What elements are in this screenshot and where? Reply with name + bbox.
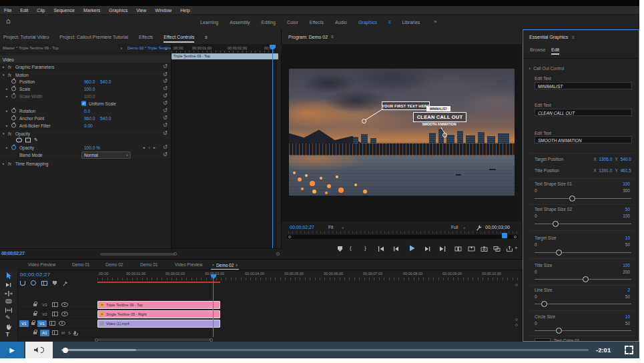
workspace-graphics-menu-icon[interactable]: ≡ — [388, 20, 391, 24]
target-position-x[interactable]: 1306.0 — [599, 157, 612, 161]
slip-tool-icon[interactable] — [5, 306, 13, 314]
scrollbar-handle[interactable] — [95, 338, 98, 342]
workspace-audio[interactable]: Audio — [335, 20, 347, 25]
expand-icon[interactable]: ▸ — [6, 123, 8, 127]
go-to-in-icon[interactable] — [378, 246, 384, 252]
program-playhead[interactable] — [502, 233, 507, 238]
timeline-timecode[interactable]: 00;00;02;27 — [20, 272, 51, 278]
sync-lock-icon[interactable] — [49, 321, 55, 326]
workspace-learning[interactable]: Learning — [200, 20, 218, 25]
edit-text-input-2[interactable]: CLEAN CALL OUT — [535, 109, 632, 116]
tab-effect-controls[interactable]: Effect Controls — [164, 35, 194, 43]
step-back-icon[interactable] — [392, 246, 399, 252]
stopwatch-icon[interactable] — [11, 108, 16, 113]
collapse-icon[interactable]: ▾ — [3, 131, 5, 135]
blend-mode-dropdown[interactable]: Normal ∨ — [81, 151, 131, 159]
clip-single-textline[interactable]: fx Single Textline 05 - Right — [97, 310, 220, 318]
go-to-out-icon[interactable] — [439, 246, 446, 252]
sync-lock-icon[interactable] — [52, 302, 58, 307]
title-position-y[interactable]: 461.5 — [621, 168, 631, 173]
chevron-down-icon[interactable]: ∨ — [463, 226, 465, 230]
source-patch-v1[interactable]: V1 — [19, 320, 29, 327]
reset-icon[interactable]: ↺ — [163, 86, 168, 91]
fx-icon[interactable]: fx — [8, 72, 11, 77]
timeline-tab-active[interactable]: × Demo 02 ≡ — [211, 261, 239, 270]
slider-value[interactable]: 10 — [625, 236, 630, 240]
scrollbar-handle[interactable] — [288, 236, 291, 238]
workspace-color[interactable]: Color — [287, 20, 298, 25]
reset-icon[interactable]: ↺ — [163, 152, 168, 157]
slider-track[interactable] — [535, 330, 631, 331]
chevron-down-icon[interactable]: ∨ — [342, 226, 344, 230]
stopwatch-icon[interactable] — [11, 115, 16, 120]
tab-project-tutorial-video[interactable]: Project: Tutorial Video — [3, 35, 49, 39]
menu-file[interactable]: File — [4, 8, 11, 13]
menu-window[interactable]: Window — [155, 8, 172, 13]
track-a1-label[interactable]: A1 — [40, 330, 49, 336]
expand-icon[interactable]: ▸ — [3, 65, 5, 69]
timeline-tab[interactable]: Demo 01 — [72, 262, 89, 267]
menu-clip[interactable]: Clip — [37, 8, 45, 13]
extract-icon[interactable] — [468, 246, 475, 252]
pen-mask-icon[interactable]: ✎ — [34, 137, 38, 143]
menu-help[interactable]: Help — [180, 8, 190, 13]
lock-icon[interactable] — [31, 322, 35, 325]
voiceover-mic-icon[interactable] — [74, 331, 76, 334]
workspace-effects[interactable]: Effects — [310, 20, 324, 25]
workspace-overflow-icon[interactable]: » — [434, 19, 436, 25]
timeline-tab[interactable]: Video Preview — [28, 262, 55, 267]
edit-text-input-1[interactable]: MINIMALIST — [535, 82, 632, 89]
marker-icon[interactable] — [53, 281, 57, 286]
slider-knob[interactable] — [569, 196, 575, 202]
position-y-value[interactable]: 540.0 — [100, 79, 111, 83]
workspace-assembly[interactable]: Assembly — [230, 20, 250, 25]
mark-out-icon[interactable]: } — [364, 245, 366, 251]
esg-section-header[interactable]: ∨ Call Out Control — [529, 66, 565, 71]
scrollbar-handle[interactable] — [514, 236, 517, 238]
graphic-parameters-label[interactable]: Graphic Parameters — [15, 64, 54, 69]
opacity-value[interactable]: 100.0 % — [84, 145, 100, 149]
lock-icon[interactable] — [33, 313, 37, 316]
program-scrub-ticks[interactable] — [288, 232, 518, 234]
scrollbar-handle[interactable] — [515, 284, 518, 286]
fx-icon[interactable]: fx — [8, 131, 11, 135]
title-position-x[interactable]: 1391.0 — [599, 168, 612, 173]
uniform-scale-checkbox[interactable]: ✓ — [81, 101, 86, 105]
program-scrollbar[interactable] — [287, 235, 519, 239]
playback-resolution-dropdown[interactable]: Full — [451, 225, 458, 230]
workspace-graphics[interactable]: Graphics — [358, 20, 377, 25]
anchor-y-value[interactable]: 540.0 — [100, 115, 111, 120]
slider-knob[interactable] — [556, 328, 562, 334]
timeline-display-icon[interactable] — [41, 281, 47, 286]
track-v2-label[interactable]: V2 — [40, 311, 49, 318]
track-output-eye-icon[interactable] — [59, 321, 65, 326]
timeline-tab[interactable]: Video Preview — [175, 262, 202, 267]
menu-view[interactable]: View — [136, 8, 146, 13]
selection-tool-icon[interactable] — [5, 272, 13, 280]
position-x-value[interactable]: 960.0 — [84, 79, 95, 83]
player-fullscreen-button[interactable] — [625, 346, 633, 354]
hand-tool-icon[interactable] — [5, 323, 13, 331]
menu-sequence[interactable]: Sequence — [53, 8, 75, 13]
workspace-libraries[interactable]: Libraries — [402, 20, 420, 25]
scrollbar-handle[interactable] — [276, 252, 280, 256]
next-keyframe-icon[interactable]: ▸ — [153, 145, 155, 149]
reset-icon[interactable]: ↺ — [163, 101, 168, 106]
expand-icon[interactable]: ▸ — [3, 161, 5, 165]
expand-icon[interactable]: ▸ — [6, 94, 8, 98]
reset-icon[interactable]: ↺ — [163, 72, 168, 77]
collapse-icon[interactable]: ∨ — [529, 67, 531, 70]
reset-icon[interactable]: ↺ — [163, 123, 168, 128]
razor-tool-icon[interactable] — [5, 298, 13, 306]
slider-knob[interactable] — [556, 250, 562, 256]
mark-in-icon[interactable]: { — [350, 245, 352, 251]
slider-knob[interactable] — [583, 276, 589, 282]
opacity-section-label[interactable]: Opacity — [15, 131, 30, 135]
snap-icon[interactable] — [20, 281, 25, 286]
slider-track[interactable] — [535, 224, 631, 224]
scrollbar-handle[interactable] — [210, 338, 213, 342]
reset-icon[interactable]: ↺ — [163, 145, 168, 150]
clip-selector-chevron-icon[interactable]: ∨ — [120, 46, 123, 50]
player-progress-track[interactable] — [61, 349, 589, 351]
export-frame-camera-icon[interactable] — [480, 246, 488, 252]
